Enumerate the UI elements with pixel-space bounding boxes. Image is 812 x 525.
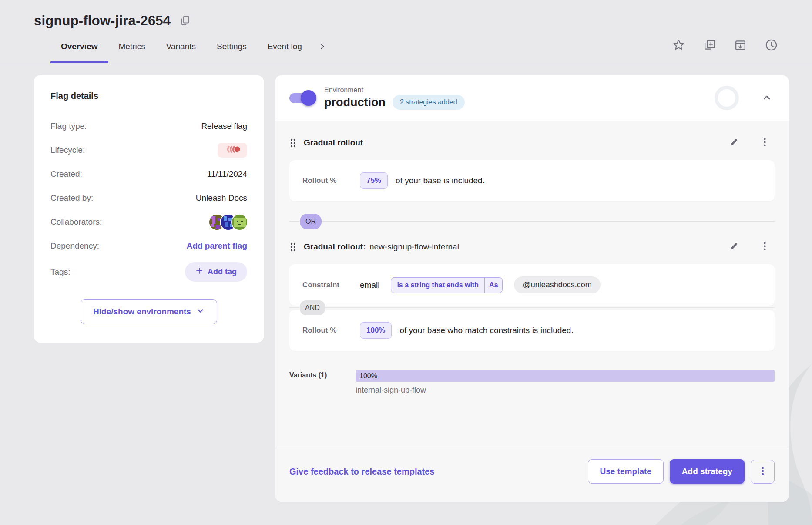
copy-plus-icon <box>703 38 716 53</box>
lifecycle-row: Lifecycle: <box>50 142 247 158</box>
pencil-icon <box>728 137 739 149</box>
rollout-description: of your base is included. <box>396 176 485 185</box>
or-chip: OR <box>300 214 322 229</box>
kebab-menu-icon <box>759 241 770 253</box>
flag-overview-page: signup-flow-jira-2654 Overview Metrics V… <box>0 0 812 525</box>
and-chip: AND <box>300 300 325 315</box>
flag-type-row: Flag type: Release flag <box>50 118 247 134</box>
environment-panel: Environment production 2 strategies adde… <box>275 75 789 502</box>
copy-name-button[interactable] <box>179 15 191 27</box>
environment-info: Environment production 2 strategies adde… <box>324 86 465 110</box>
tab-settings[interactable]: Settings <box>206 31 257 63</box>
created-label: Created: <box>50 169 82 179</box>
tabs-overflow-button[interactable] <box>319 43 326 51</box>
release-templates-feedback-link[interactable]: Give feedback to release templates <box>289 467 435 477</box>
strategy-1-menu-button[interactable] <box>759 137 770 149</box>
rollout-percent-chip: 75% <box>360 172 388 189</box>
rollout-label: Rollout % <box>302 176 360 185</box>
strategy-2-header: Gradual rollout: new-signup-flow-interna… <box>289 241 775 253</box>
use-template-button[interactable]: Use template <box>588 459 664 484</box>
edit-strategy-2-button[interactable] <box>728 241 739 253</box>
variants-section: Variants (1) 100% internal-sign-up-flow <box>289 370 775 395</box>
lifecycle-label: Lifecycle: <box>50 145 85 155</box>
lifecycle-live-icon <box>223 145 242 155</box>
constraint-label: Constraint <box>302 281 360 289</box>
drag-handle-icon[interactable] <box>289 138 297 148</box>
strategy-item-2: Gradual rollout: new-signup-flow-interna… <box>289 241 775 395</box>
environment-name: production <box>324 96 386 109</box>
hide-show-environments-button[interactable]: Hide/show environments <box>81 299 217 324</box>
collaborator-avatar[interactable] <box>232 215 247 230</box>
drag-handle-icon[interactable] <box>289 242 297 252</box>
kebab-menu-icon <box>758 466 768 478</box>
star-icon <box>672 38 685 53</box>
collaborators-label: Collaborators: <box>50 217 102 227</box>
add-strategy-button[interactable]: Add strategy <box>670 459 745 484</box>
constraint-value-pill: @unleashdocs.com <box>514 276 600 293</box>
collaborator-avatars <box>209 215 247 230</box>
add-tag-label: Add tag <box>208 267 237 276</box>
rollout-label: Rollout % <box>302 326 360 335</box>
clock-icon <box>765 38 778 53</box>
case-sensitivity-chip[interactable]: Aa <box>485 277 503 293</box>
tab-bar: Overview Metrics Variants Settings Event… <box>0 31 812 63</box>
variant-name: internal-sign-up-flow <box>356 386 775 395</box>
tags-row: Tags: Add tag <box>50 262 247 282</box>
add-tag-button[interactable]: Add tag <box>185 262 247 282</box>
hide-show-environments-label: Hide/show environments <box>93 307 191 316</box>
flag-details-panel: Flag details Flag type: Release flag Lif… <box>34 75 264 343</box>
history-button[interactable] <box>765 38 778 53</box>
strategies-count-badge: 2 strategies added <box>393 95 465 110</box>
flag-type-label: Flag type: <box>50 121 87 131</box>
created-by-value: Unleash Docs <box>196 193 247 203</box>
chevron-down-icon <box>196 306 205 317</box>
environment-footer: Give feedback to release templates Use t… <box>275 447 789 502</box>
footer-menu-button[interactable] <box>751 460 775 484</box>
plus-icon <box>195 267 203 277</box>
variant-weight-bar: 100% <box>356 370 775 382</box>
strategy-2-title: Gradual rollout: <box>304 242 366 251</box>
strategy-1-title: Gradual rollout <box>304 138 363 148</box>
archive-flag-button[interactable] <box>734 38 747 53</box>
strategy-2-menu-button[interactable] <box>759 241 770 253</box>
tab-event-log[interactable]: Event log <box>257 31 312 63</box>
flag-type-value: Release flag <box>201 121 247 131</box>
strategy-1-header: Gradual rollout <box>289 137 775 149</box>
dependency-row: Dependency: Add parent flag <box>50 238 247 254</box>
page-title: signup-flow-jira-2654 <box>34 13 171 29</box>
archive-icon <box>734 38 747 53</box>
collapse-environment-button[interactable] <box>762 92 772 104</box>
created-by-row: Created by: Unleash Docs <box>50 190 247 206</box>
kebab-menu-icon <box>759 137 770 149</box>
tab-variants[interactable]: Variants <box>156 31 206 63</box>
page-header: signup-flow-jira-2654 <box>0 0 812 29</box>
chevron-up-icon <box>762 98 772 104</box>
strategy-1-rollout-card: Rollout % 75% of your base is included. <box>289 160 775 201</box>
and-divider-line <box>289 307 775 308</box>
flag-action-icons <box>672 38 778 56</box>
lifecycle-stage-badge[interactable] <box>218 143 247 158</box>
dependency-label: Dependency: <box>50 241 99 251</box>
constraint-card: Constraint email is a string that ends w… <box>289 264 775 306</box>
environment-toggle[interactable] <box>289 89 315 107</box>
strategy-2-name: new-signup-flow-internal <box>369 242 459 251</box>
rollout-description: of your base who match constraints is in… <box>399 326 573 335</box>
favorite-button[interactable] <box>672 38 685 53</box>
created-row: Created: 11/11/2024 <box>50 166 247 182</box>
flag-details-heading: Flag details <box>50 91 247 101</box>
metrics-donut <box>715 86 739 110</box>
tab-metrics[interactable]: Metrics <box>108 31 156 63</box>
environment-header: Environment production 2 strategies adde… <box>275 75 789 121</box>
edit-strategy-1-button[interactable] <box>728 137 739 149</box>
chevron-right-icon <box>319 43 326 51</box>
strategy-separator: OR <box>289 221 775 222</box>
constraint-operator-chip: is a string that ends with <box>391 277 485 293</box>
created-value: 11/11/2024 <box>207 169 247 179</box>
strategies-list: Gradual rollout <box>275 121 789 447</box>
collaborators-row: Collaborators: <box>50 214 247 230</box>
tags-label: Tags: <box>50 267 70 277</box>
add-parent-flag-link[interactable]: Add parent flag <box>187 241 247 251</box>
strategy-item-1: Gradual rollout <box>289 137 775 201</box>
copy-flag-button[interactable] <box>703 38 716 53</box>
tab-overview[interactable]: Overview <box>50 31 108 63</box>
